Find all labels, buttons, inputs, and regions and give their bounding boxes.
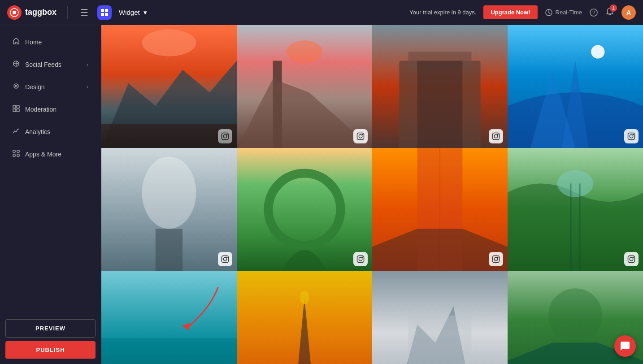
svg-rect-46 <box>628 133 635 140</box>
sidebar-item-moderation[interactable]: Moderation <box>4 99 97 120</box>
sidebar-bottom: PREVIEW PUBLISH <box>0 314 101 364</box>
photo-cell-1 <box>101 25 237 148</box>
svg-rect-2 <box>101 9 104 12</box>
sidebar-item-analytics-label: Analytics <box>25 128 50 135</box>
svg-point-33 <box>359 134 362 138</box>
svg-rect-25 <box>101 124 237 148</box>
sidebar-item-apps-more-label: Apps & More <box>25 151 61 158</box>
svg-point-28 <box>226 134 227 135</box>
photo-cell-4 <box>508 25 643 148</box>
photo-cell-11 <box>372 271 508 364</box>
sidebar-item-social-feeds-label: Social Feeds <box>25 61 61 68</box>
svg-point-58 <box>359 257 362 261</box>
logo-text: taggbox <box>25 8 56 17</box>
design-chevron: › <box>87 84 88 90</box>
social-feeds-chevron: › <box>87 61 88 68</box>
svg-point-34 <box>362 134 363 135</box>
svg-point-24 <box>142 29 196 56</box>
sidebar-item-apps-more[interactable]: Apps & More <box>4 143 97 165</box>
hamburger-button[interactable]: ☰ <box>78 5 90 20</box>
photo-cell-9 <box>101 271 237 364</box>
instagram-icon-7 <box>489 252 503 266</box>
notification-badge: 1 <box>610 4 617 12</box>
photo-cell-2 <box>237 25 372 148</box>
social-feeds-icon <box>13 60 20 69</box>
instagram-icon-3 <box>489 129 503 143</box>
instagram-icon-1 <box>218 129 232 143</box>
design-icon <box>13 82 20 91</box>
instagram-icon-6 <box>353 252 368 266</box>
sidebar-item-home-label: Home <box>25 39 42 46</box>
widget-selector-button[interactable]: Widget ▾ <box>119 9 147 17</box>
svg-rect-20 <box>13 154 15 156</box>
chat-bubble[interactable] <box>614 335 636 357</box>
avatar[interactable]: A <box>621 5 636 20</box>
sidebar: Home Social Feeds › <box>0 25 101 364</box>
svg-rect-52 <box>222 256 229 263</box>
content-area <box>101 25 643 364</box>
svg-rect-78 <box>408 316 472 364</box>
svg-text:?: ? <box>592 10 595 15</box>
svg-point-48 <box>633 134 634 135</box>
logo-icon <box>7 5 22 20</box>
realtime-label: Real-Time <box>556 9 582 16</box>
svg-point-1 <box>13 11 16 14</box>
main-layout: Home Social Feeds › <box>0 25 643 364</box>
logo: taggbox <box>7 5 56 20</box>
svg-point-83 <box>548 288 603 342</box>
photo-cell-8 <box>508 148 643 271</box>
svg-point-71 <box>633 257 634 258</box>
widget-icon <box>97 5 112 20</box>
svg-rect-18 <box>13 150 15 152</box>
svg-point-50 <box>142 156 196 229</box>
preview-button[interactable]: PREVIEW <box>5 319 96 338</box>
svg-point-54 <box>226 257 227 258</box>
apps-more-icon <box>13 150 20 159</box>
svg-point-40 <box>494 134 498 138</box>
sidebar-item-home[interactable]: Home <box>4 31 97 53</box>
svg-point-13 <box>15 85 17 87</box>
svg-point-66 <box>497 257 498 258</box>
publish-button[interactable]: PUBLISH <box>5 341 96 359</box>
svg-rect-39 <box>493 133 500 140</box>
svg-point-47 <box>630 134 633 138</box>
sidebar-nav: Home Social Feeds › <box>0 25 101 314</box>
svg-rect-17 <box>17 109 19 112</box>
svg-rect-69 <box>628 256 635 263</box>
sidebar-item-design-label: Design <box>25 83 45 91</box>
instagram-icon-8 <box>624 252 639 266</box>
notification-button[interactable]: 1 <box>605 7 614 17</box>
svg-marker-38 <box>417 61 463 148</box>
upgrade-button[interactable]: Upgrade Now! <box>483 5 537 19</box>
svg-rect-73 <box>101 338 237 364</box>
help-button[interactable]: ? <box>589 8 598 17</box>
svg-point-31 <box>287 40 323 63</box>
sidebar-item-analytics[interactable]: Analytics <box>4 121 97 143</box>
svg-point-75 <box>300 290 309 304</box>
svg-rect-26 <box>222 133 229 140</box>
header: taggbox ☰ Widget ▾ Your trial expire in … <box>0 0 643 25</box>
svg-rect-14 <box>13 105 16 108</box>
home-icon <box>13 38 20 47</box>
realtime-item[interactable]: Real-Time <box>545 9 582 17</box>
svg-rect-21 <box>17 154 19 156</box>
svg-rect-15 <box>17 105 19 108</box>
instagram-icon-5 <box>218 252 232 266</box>
svg-rect-16 <box>13 109 16 112</box>
photo-grid <box>101 25 643 364</box>
sidebar-item-social-feeds[interactable]: Social Feeds › <box>4 54 97 75</box>
svg-point-68 <box>557 170 594 197</box>
svg-point-70 <box>630 257 633 261</box>
svg-point-45 <box>591 45 604 58</box>
instagram-icon-4 <box>624 129 639 143</box>
photo-cell-10 <box>237 271 372 364</box>
photo-cell-7 <box>372 148 508 271</box>
widget-chevron: ▾ <box>143 9 147 17</box>
photo-cell-6 <box>237 148 372 271</box>
svg-point-12 <box>14 84 18 88</box>
header-divider <box>67 6 68 19</box>
sidebar-item-design[interactable]: Design › <box>4 76 97 98</box>
svg-rect-64 <box>493 256 500 263</box>
svg-rect-51 <box>156 229 182 271</box>
svg-rect-19 <box>17 150 19 152</box>
